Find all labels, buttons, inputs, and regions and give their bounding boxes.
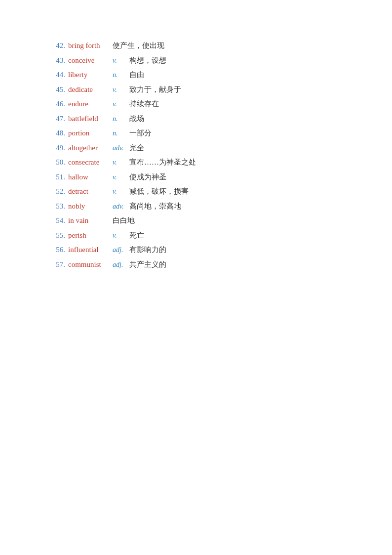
item-number: 42. [49, 40, 65, 52]
item-number: 52. [49, 185, 65, 198]
item-number: 47. [49, 113, 65, 126]
list-item: 55.perishv.死亡 [49, 229, 392, 242]
item-pos: adj. [113, 259, 126, 271]
item-word: altogether [68, 142, 113, 155]
item-pos: v. [113, 186, 126, 198]
item-meaning: 共产主义的 [129, 258, 166, 271]
item-meaning: 持续存在 [129, 98, 159, 111]
item-meaning: 自由 [129, 69, 144, 82]
item-number: 44. [49, 69, 65, 82]
item-number: 55. [49, 229, 65, 242]
item-number: 45. [49, 84, 65, 96]
list-item: 50.consecratev.宣布……为神圣之处 [49, 156, 392, 169]
item-meaning: 构想，设想 [129, 54, 166, 67]
item-number: 46. [49, 98, 65, 111]
item-pos: v. [113, 55, 126, 67]
list-item: 45.dedicatev.致力于，献身于 [49, 84, 392, 96]
item-pos: adj. [113, 244, 126, 256]
item-pos: n. [113, 69, 126, 81]
list-item: 44.libertyn.自由 [49, 69, 392, 82]
item-meaning: 战场 [129, 113, 144, 126]
list-item: 49.altogetheradv.完全 [49, 142, 392, 155]
item-word: nobly [68, 200, 113, 213]
item-number: 53. [49, 200, 65, 213]
vocabulary-list: 42.bring forth使产生，使出现43.conceivev.构想，设想4… [49, 40, 392, 271]
item-number: 54. [49, 214, 65, 227]
list-item: 57.communistadj.共产主义的 [49, 258, 392, 271]
item-meaning: 使产生，使出现 [113, 40, 164, 52]
list-item: 51.hallowv.使成为神圣 [49, 171, 392, 184]
item-pos: v. [113, 230, 126, 242]
list-item: 56.influentialadj.有影响力的 [49, 244, 392, 256]
item-number: 50. [49, 156, 65, 169]
item-word: liberty [68, 69, 113, 82]
item-number: 57. [49, 258, 65, 271]
item-meaning: 宣布……为神圣之处 [129, 156, 196, 169]
item-meaning: 白白地 [113, 214, 135, 227]
item-word: hallow [68, 171, 113, 184]
list-item: 47.battlefieldn.战场 [49, 113, 392, 126]
item-word: consecrate [68, 156, 113, 169]
item-word: conceive [68, 54, 113, 67]
item-pos: v. [113, 171, 126, 183]
item-meaning: 减低，破坏，损害 [129, 185, 189, 198]
list-item: 42.bring forth使产生，使出现 [49, 40, 392, 52]
item-pos: adv. [113, 201, 126, 213]
item-word: in vain [68, 214, 113, 227]
item-word: bring forth [68, 40, 113, 52]
item-word: portion [68, 127, 113, 140]
item-pos: v. [113, 84, 126, 96]
item-number: 43. [49, 54, 65, 67]
item-meaning: 使成为神圣 [129, 171, 166, 184]
item-meaning: 死亡 [129, 229, 144, 242]
item-pos: n. [113, 128, 126, 139]
item-number: 49. [49, 142, 65, 155]
list-item: 43.conceivev.构想，设想 [49, 54, 392, 67]
item-number: 51. [49, 171, 65, 184]
item-meaning: 致力于，献身于 [129, 84, 181, 96]
item-number: 56. [49, 244, 65, 256]
list-item: 54.in vain白白地 [49, 214, 392, 227]
item-word: communist [68, 258, 113, 271]
item-number: 48. [49, 127, 65, 140]
item-word: perish [68, 229, 113, 242]
item-meaning: 完全 [129, 142, 144, 155]
list-item: 52.detractv.减低，破坏，损害 [49, 185, 392, 198]
list-item: 48.portionn.一部分 [49, 127, 392, 140]
item-word: dedicate [68, 84, 113, 96]
item-meaning: 一部分 [129, 127, 152, 140]
item-pos: v. [113, 98, 126, 110]
item-word: endure [68, 98, 113, 111]
item-meaning: 有影响力的 [129, 244, 166, 256]
list-item: 46.endurev.持续存在 [49, 98, 392, 111]
list-item: 53.noblyadv.高尚地，崇高地 [49, 200, 392, 213]
item-pos: v. [113, 157, 126, 169]
item-word: detract [68, 185, 113, 198]
item-pos: adv. [113, 142, 126, 154]
item-word: battlefield [68, 113, 113, 126]
item-word: influential [68, 244, 113, 256]
item-pos: n. [113, 113, 126, 125]
item-meaning: 高尚地，崇高地 [129, 200, 181, 213]
